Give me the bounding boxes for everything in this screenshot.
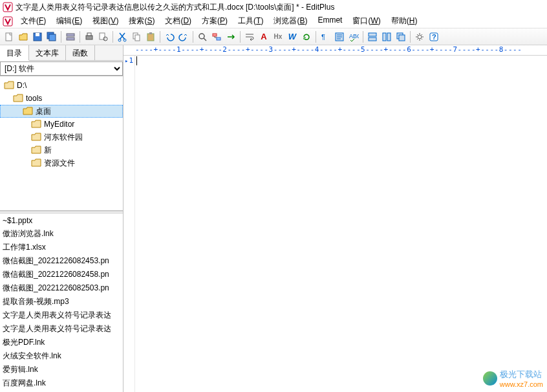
settings-icon[interactable] [413, 30, 426, 43]
svg-rect-18 [149, 32, 152, 34]
svg-text:ABC: ABC [349, 33, 359, 39]
tile-v-icon[interactable] [380, 30, 393, 43]
side-tabs: 目录 文本库 函数 [0, 45, 123, 61]
svg-rect-21 [217, 38, 220, 40]
menu-v[interactable]: 视图(V) [87, 14, 123, 28]
tile-h-icon[interactable] [366, 30, 379, 43]
folder-tree[interactable]: D:\tools桌面MyEditor河东软件园新资源文件 [0, 76, 123, 211]
text-area[interactable] [135, 56, 547, 392]
file-item[interactable]: 百度网盘.lnk [0, 376, 123, 390]
ftp-icon[interactable] [64, 30, 77, 43]
file-item[interactable]: ~$1.pptx [0, 213, 123, 227]
svg-rect-30 [399, 35, 405, 41]
invisible-chars-icon[interactable]: ¶ [319, 30, 332, 43]
folder-item[interactable]: D:\ [0, 79, 123, 92]
file-item[interactable]: 微信截图_20221226082458.pn [0, 268, 123, 281]
svg-point-19 [199, 34, 204, 39]
drive-selector[interactable]: [D:] 软件 [0, 61, 123, 76]
separator [410, 31, 411, 43]
folder-icon [31, 120, 41, 129]
open-icon[interactable] [17, 30, 30, 43]
menu-b[interactable]: 浏览器(B) [268, 14, 312, 28]
title-bar: 文字是人类用表义符号记录表达信息以传之久远的方式和工具.docx [D:\too… [0, 0, 547, 14]
folder-item[interactable]: tools [0, 92, 123, 105]
svg-point-31 [418, 35, 422, 39]
svg-rect-27 [383, 33, 386, 41]
editor-area: ----+----1----+----2----+----3----+----4… [123, 45, 547, 392]
cut-icon[interactable] [116, 30, 129, 43]
separator [61, 31, 61, 43]
menu-w[interactable]: 窗口(W) [347, 14, 385, 28]
drive-select[interactable]: [D:] 软件 [0, 61, 123, 76]
menu-emmet[interactable]: Emmet [312, 14, 347, 28]
replace-icon[interactable] [210, 30, 223, 43]
select-all-icon[interactable] [333, 30, 346, 43]
folder-icon [23, 107, 33, 116]
browser-icon[interactable]: W [286, 30, 299, 43]
file-item[interactable]: 工作簿1.xlsx [0, 241, 123, 254]
menu-f[interactable]: 文件(F) [16, 14, 51, 28]
folder-item[interactable]: 新 [0, 144, 123, 157]
gutter-line-1: 1 [123, 56, 133, 66]
print-icon[interactable] [83, 30, 96, 43]
folder-item[interactable]: 河东软件园 [0, 131, 123, 144]
cascade-icon[interactable] [394, 30, 407, 43]
save-all-icon[interactable] [45, 30, 58, 43]
menu-d[interactable]: 文档(D) [160, 14, 197, 28]
file-item[interactable]: 微信截图_20221226082503.pn [0, 281, 123, 295]
svg-rect-11 [100, 33, 105, 39]
print-preview-icon[interactable] [97, 30, 110, 43]
file-item[interactable]: 傲游浏览器.lnk [0, 227, 123, 241]
find-icon[interactable] [196, 30, 209, 43]
tab-functions[interactable]: 函数 [66, 45, 95, 60]
paste-icon[interactable] [144, 30, 157, 43]
menu-s[interactable]: 搜索(S) [123, 14, 160, 28]
redo-icon[interactable] [177, 30, 190, 43]
svg-rect-10 [87, 33, 91, 36]
folder-item[interactable]: 桌面 [0, 105, 123, 118]
separator [363, 31, 363, 43]
file-item[interactable]: 爱剪辑.lnk [0, 363, 123, 376]
main-area: 目录 文本库 函数 [D:] 软件 D:\tools桌面MyEditor河东软件… [0, 45, 547, 392]
menu-p[interactable]: 方案(P) [197, 14, 233, 28]
svg-rect-20 [213, 34, 217, 36]
tab-cliptext[interactable]: 文本库 [29, 45, 66, 60]
undo-icon[interactable] [163, 30, 176, 43]
help-icon[interactable]: ? [427, 30, 440, 43]
file-item[interactable]: 提取音频-视频.mp3 [0, 295, 123, 309]
spell-icon[interactable]: ABC [347, 30, 360, 43]
goto-icon[interactable] [224, 30, 237, 43]
window-title: 文字是人类用表义符号记录表达信息以传之久远的方式和工具.docx [D:\too… [16, 2, 334, 13]
app-icon [3, 2, 13, 12]
file-item[interactable]: 极光PDF.lnk [0, 336, 123, 349]
hex-icon[interactable]: Hx [272, 30, 284, 43]
new-file-icon[interactable] [3, 30, 16, 43]
folder-icon [31, 158, 41, 168]
svg-rect-8 [67, 38, 74, 40]
side-panel: 目录 文本库 函数 [D:] 软件 D:\tools桌面MyEditor河东软件… [0, 45, 123, 392]
folder-icon [31, 146, 41, 155]
svg-text:?: ? [432, 33, 436, 41]
file-item[interactable]: 火绒安全软件.lnk [0, 349, 123, 363]
file-list[interactable]: ~$1.pptx傲游浏览器.lnk工作簿1.xlsx微信截图_202212260… [0, 213, 123, 392]
svg-text:¶: ¶ [321, 33, 325, 41]
svg-rect-16 [135, 35, 140, 41]
refresh-icon[interactable] [300, 30, 313, 43]
menu-t[interactable]: 工具(T) [233, 14, 268, 28]
separator [316, 31, 316, 43]
tab-directory[interactable]: 目录 [0, 45, 29, 61]
svg-rect-9 [86, 36, 92, 39]
folder-item[interactable]: MyEditor [0, 118, 123, 131]
copy-icon[interactable] [130, 30, 143, 43]
file-item[interactable]: 文字是人类用表义符号记录表达 [0, 322, 123, 336]
folder-item[interactable]: 资源文件 [0, 157, 123, 169]
menu-bar: 文件(F)编辑(E)视图(V)搜索(S)文档(D)方案(P)工具(T)浏览器(B… [0, 14, 547, 28]
menu-e[interactable]: 编辑(E) [51, 14, 87, 28]
font-color-icon[interactable]: A [257, 30, 270, 43]
file-item[interactable]: 文字是人类用表义符号记录表达 [0, 309, 123, 322]
wordwrap-icon[interactable] [243, 30, 256, 43]
menu-app-icon [3, 16, 13, 27]
save-icon[interactable] [31, 30, 44, 43]
menu-h[interactable]: 帮助(H) [386, 14, 423, 28]
file-item[interactable]: 微信截图_20221226082453.pn [0, 254, 123, 268]
